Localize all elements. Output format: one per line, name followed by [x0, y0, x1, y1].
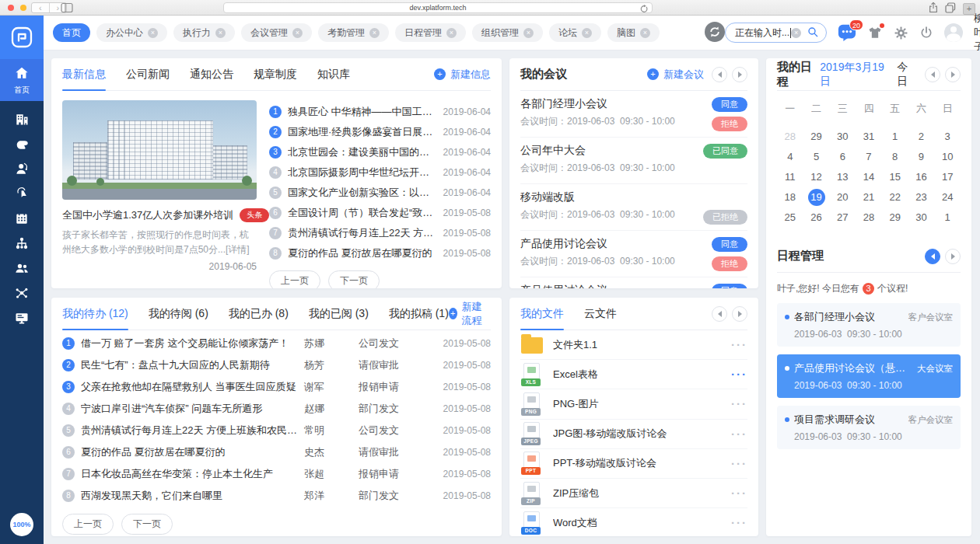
calendar-day[interactable]: 11 — [777, 167, 803, 187]
calendar-day[interactable]: 24 — [934, 187, 961, 207]
todo-tab[interactable]: 我的已办 (8) — [229, 298, 289, 330]
more-icon[interactable]: ··· — [731, 516, 747, 529]
next-month-button[interactable] — [945, 67, 961, 82]
file-row[interactable]: PPT PPT-移动端改版讨论会 ··· — [520, 449, 747, 479]
prev-arrow-button[interactable] — [712, 67, 727, 82]
reject-button[interactable]: 拒绝 — [712, 256, 747, 271]
calendar-day[interactable]: 30 — [908, 207, 935, 228]
calendar-day[interactable]: 7 — [856, 147, 882, 167]
next-arrow-button[interactable] — [945, 249, 961, 264]
sidebar-item-attendance[interactable] — [0, 186, 44, 201]
nav-tab[interactable]: 首页 — [53, 23, 90, 42]
todo-row[interactable]: 6 夏衍的作品 夏衍故居在哪夏衍的 史杰 请假审批 2019-05-08 — [51, 441, 502, 463]
calendar-day[interactable]: 1 — [934, 207, 961, 228]
calendar-day[interactable]: 16 — [908, 167, 935, 187]
new-news-button[interactable]: + 新建信息 — [434, 68, 491, 82]
calendar-day[interactable]: 29 — [803, 127, 830, 147]
more-icon[interactable]: ··· — [731, 368, 747, 381]
calendar-day[interactable]: 3 — [934, 127, 961, 147]
new-workflow-button[interactable]: + 新建流程 — [449, 300, 491, 328]
more-icon[interactable]: ··· — [731, 427, 747, 441]
news-item[interactable]: 8 夏衍的作品 夏衍故居在哪夏衍的 2019-05-08 — [269, 243, 491, 263]
nav-tab[interactable]: 考勤管理 × — [318, 23, 389, 42]
sidebar-item-home[interactable]: 首页 — [0, 59, 44, 101]
calendar-day[interactable]: 1 — [882, 127, 908, 147]
calendar-day[interactable]: 26 — [803, 207, 830, 228]
nav-tab[interactable]: 办公中心 × — [96, 23, 167, 42]
sidebar-item-org[interactable] — [0, 235, 44, 251]
agenda-item[interactable]: 产品使用讨论会议（悬浮时） 大会议室 2019-06-03 09:30 - 10… — [777, 354, 961, 398]
calendar-day[interactable]: 4 — [777, 147, 803, 167]
calendar-day[interactable]: 8 — [882, 147, 908, 167]
close-icon[interactable]: × — [582, 28, 592, 38]
prev-page-button[interactable]: 上一页 — [62, 514, 114, 535]
sync-icon[interactable] — [705, 22, 725, 44]
files-tab[interactable]: 云文件 — [584, 298, 617, 330]
news-tab[interactable]: 最新信息 — [62, 58, 106, 90]
back-icon[interactable]: ‹ — [32, 3, 50, 12]
sidebar-item-contacts[interactable] — [0, 260, 44, 276]
nav-tab[interactable]: 组织管理 × — [472, 23, 543, 42]
sidebar-toggle-icon[interactable] — [61, 2, 73, 16]
calendar-date[interactable]: 2019年3月19日 — [820, 61, 889, 89]
todo-row[interactable]: 2 民生“七有”：盘点十九大回应的人民新期待 杨芳 请假审批 2019-05-0… — [51, 354, 502, 376]
calendar-day[interactable]: 19 — [803, 187, 830, 207]
news-item[interactable]: 6 全国设计周（节）联合发起“致敬中国设计... 2019-05-08 — [269, 203, 491, 223]
close-icon[interactable]: × — [369, 28, 380, 38]
avatar[interactable] — [944, 23, 963, 42]
featured-news-title[interactable]: 全国中小学逾1.37亿人次参加课外培训 — [62, 208, 233, 222]
calendar-day[interactable]: 28 — [856, 207, 882, 228]
calendar-day[interactable]: 13 — [829, 167, 856, 187]
calendar-day[interactable]: 27 — [829, 207, 856, 228]
news-item[interactable]: 2 国家地理·经典影像盛宴首日展在中华世纪坛... 2019-06-04 — [269, 122, 491, 142]
todo-row[interactable]: 7 日本化妆品高丝在华变策：停止本土化生产 张超 报销申请 2019-05-08 — [51, 463, 502, 485]
calendar-day[interactable]: 22 — [882, 187, 908, 207]
gear-icon[interactable] — [894, 26, 908, 40]
calendar-day[interactable]: 31 — [856, 127, 882, 147]
more-icon[interactable]: ··· — [731, 397, 747, 410]
calendar-day[interactable]: 29 — [882, 207, 908, 228]
next-arrow-button[interactable] — [732, 306, 747, 322]
agenda-item[interactable]: 项目需求调研会议 客户会议室 2019-06-03 09:30 - 10:00 — [777, 406, 961, 449]
close-icon[interactable]: × — [292, 28, 303, 38]
prev-arrow-button[interactable] — [712, 306, 727, 322]
calendar-day[interactable]: 20 — [829, 187, 856, 207]
todo-tab[interactable]: 我的待阅 (6) — [149, 298, 208, 330]
search-icon[interactable] — [807, 26, 819, 40]
news-item[interactable]: 5 国家文化产业创新实验区：以创新推动产业发展 2019-06-04 — [269, 183, 491, 203]
meeting-item[interactable]: 产品使用讨论会议 会议时间：2019-06-03 09:30 - 10:00 同… — [520, 277, 747, 288]
featured-news-image[interactable] — [62, 100, 257, 200]
sidebar-item-execution[interactable] — [0, 136, 44, 152]
prev-arrow-button[interactable] — [925, 249, 940, 264]
featured-news[interactable]: 全国中小学逾1.37亿人次参加课外培训 头条 孩子家长都辛苦，按照现行的作息时间… — [62, 100, 257, 288]
meeting-item[interactable]: 移动端改版 会议时间：2019-06-03 09:30 - 10:00 已拒绝 — [520, 184, 747, 231]
meeting-item[interactable]: 各部门经理小会议 会议时间：2019-06-03 09:30 - 10:00 同… — [520, 91, 747, 138]
meeting-item[interactable]: 公司年中大会 会议时间：2019-06-03 09:30 - 10:00 已同意 — [520, 138, 747, 184]
news-item[interactable]: 3 北京世园会：建设美丽中国的生动实践 2019-06-04 — [269, 142, 491, 162]
close-icon[interactable]: × — [523, 28, 534, 38]
calendar-day[interactable]: 25 — [777, 207, 803, 228]
calendar-day[interactable]: 5 — [803, 147, 830, 167]
more-icon[interactable]: ··· — [731, 457, 747, 470]
calendar-day[interactable]: 18 — [777, 187, 803, 207]
news-tab[interactable]: 知识库 — [317, 58, 350, 90]
today-button[interactable]: 今日 — [897, 61, 917, 89]
file-row[interactable]: 文件夹1.1 ··· — [520, 330, 747, 360]
close-icon[interactable]: × — [446, 28, 457, 38]
close-icon[interactable]: × — [148, 28, 158, 38]
calendar-day[interactable]: 15 — [882, 167, 908, 187]
notification-shirt-icon[interactable] — [867, 25, 883, 40]
file-row[interactable]: JPEG JPG图-移动端改版讨论会 ··· — [520, 420, 747, 449]
sidebar-item-mindmap[interactable] — [0, 285, 44, 301]
calendar-day[interactable]: 2 — [908, 127, 935, 147]
next-page-button[interactable]: 下一页 — [328, 270, 380, 288]
chat-icon[interactable]: 20 — [838, 23, 856, 42]
todo-row[interactable]: 4 宁波口岸引进“汽车侦探” 问题车无所遁形 赵娜 部门发文 2019-05-0… — [51, 398, 502, 420]
calendar-day[interactable]: 17 — [934, 167, 961, 187]
calendar-day[interactable]: 14 — [856, 167, 882, 187]
file-row[interactable]: XLS Excel表格 ··· — [520, 360, 747, 389]
news-tab[interactable]: 公司新闻 — [126, 58, 170, 90]
nav-tab[interactable]: 论坛 × — [549, 23, 601, 42]
news-item[interactable]: 1 独具匠心 中华精神——中国工艺美术大师作品... 2019-06-04 — [269, 102, 491, 122]
news-tab[interactable]: 通知公告 — [190, 58, 233, 90]
